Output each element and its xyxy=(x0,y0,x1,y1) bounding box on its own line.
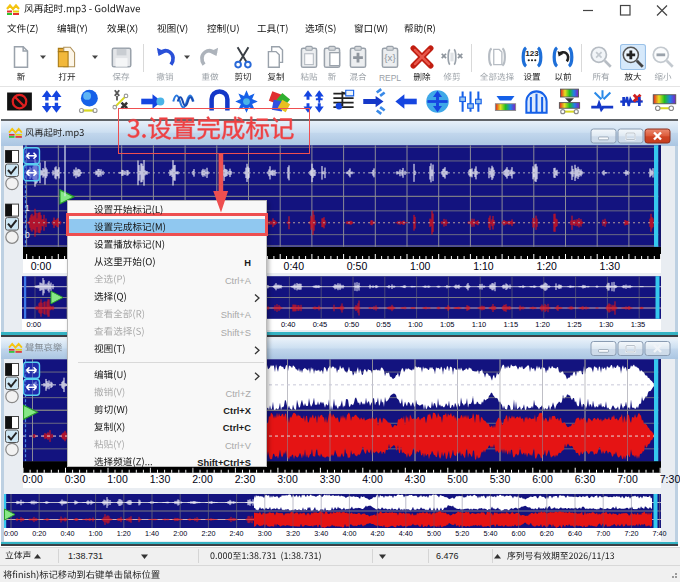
svg-text:1:35: 1:35 xyxy=(631,320,646,329)
svg-text:5:20: 5:20 xyxy=(455,529,469,538)
svg-text:3:00: 3:00 xyxy=(277,473,298,485)
svg-text:2:30: 2:30 xyxy=(235,473,256,485)
svg-text:REPL: REPL xyxy=(379,73,401,83)
svg-text:0:55: 0:55 xyxy=(376,320,391,329)
svg-text:1:40: 1:40 xyxy=(145,529,159,538)
svg-text:Ctrl+C: Ctrl+C xyxy=(223,423,251,433)
svg-text:1:10: 1:10 xyxy=(472,320,487,329)
svg-text:4:00: 4:00 xyxy=(362,473,383,485)
svg-text:1:10: 1:10 xyxy=(473,260,494,272)
svg-text:Shift+Ctrl+S: Shift+Ctrl+S xyxy=(197,458,251,468)
svg-text:3:20: 3:20 xyxy=(286,529,300,538)
svg-text:6:00: 6:00 xyxy=(532,473,553,485)
svg-text:5:00: 5:00 xyxy=(447,473,468,485)
svg-text:0:00: 0:00 xyxy=(26,320,41,329)
svg-text:Shift+S: Shift+S xyxy=(221,328,251,338)
svg-text:5:30: 5:30 xyxy=(490,473,511,485)
svg-text:1:00: 1:00 xyxy=(410,260,431,272)
svg-text:6:20: 6:20 xyxy=(540,529,554,538)
svg-text:0:00: 0:00 xyxy=(31,260,52,272)
svg-text:1:15: 1:15 xyxy=(503,320,518,329)
svg-text:Shift+A: Shift+A xyxy=(221,310,252,320)
svg-text:Ctrl+X: Ctrl+X xyxy=(223,406,251,416)
svg-text:0:50: 0:50 xyxy=(347,260,368,272)
svg-text:1:00: 1:00 xyxy=(89,529,103,538)
svg-text:0:00: 0:00 xyxy=(4,529,18,538)
svg-text:Ctrl+A: Ctrl+A xyxy=(225,276,252,286)
svg-text:5:40: 5:40 xyxy=(483,529,497,538)
svg-text:7:00: 7:00 xyxy=(617,473,638,485)
svg-text:1:38.731: 1:38.731 xyxy=(68,551,103,561)
svg-text:2:00: 2:00 xyxy=(173,529,187,538)
svg-text:6.476: 6.476 xyxy=(436,551,459,561)
svg-text:3:30: 3:30 xyxy=(320,473,341,485)
svg-text:0:40: 0:40 xyxy=(60,529,74,538)
svg-text:1:20: 1:20 xyxy=(117,529,131,538)
svg-text:Ctrl+V: Ctrl+V xyxy=(225,441,252,451)
svg-text:1:20: 1:20 xyxy=(535,320,550,329)
svg-text:H: H xyxy=(244,258,251,268)
svg-text:2:20: 2:20 xyxy=(201,529,215,538)
svg-text:7:40: 7:40 xyxy=(653,529,667,538)
svg-text:0:40: 0:40 xyxy=(281,320,296,329)
svg-text:0:30: 0:30 xyxy=(65,473,86,485)
svg-text:2:40: 2:40 xyxy=(230,529,244,538)
svg-text:0:00: 0:00 xyxy=(22,473,43,485)
svg-text:1:00: 1:00 xyxy=(107,473,128,485)
svg-text:0:50: 0:50 xyxy=(344,320,359,329)
svg-text:1:30: 1:30 xyxy=(599,320,614,329)
svg-text:0:45: 0:45 xyxy=(313,320,328,329)
svg-text:4:00: 4:00 xyxy=(342,529,356,538)
svg-text:1:25: 1:25 xyxy=(567,320,582,329)
svg-text:1:05: 1:05 xyxy=(440,320,455,329)
svg-text:0: 0 xyxy=(25,230,30,240)
svg-text:3:40: 3:40 xyxy=(314,529,328,538)
svg-text:1:30: 1:30 xyxy=(150,473,171,485)
svg-text:1:30: 1:30 xyxy=(600,260,621,272)
svg-text:7:00: 7:00 xyxy=(596,529,610,538)
svg-text:4:30: 4:30 xyxy=(405,473,426,485)
svg-text:7:30: 7:30 xyxy=(660,473,680,485)
svg-text:0:20: 0:20 xyxy=(32,529,46,538)
svg-text:6:30: 6:30 xyxy=(575,473,596,485)
svg-text:6:00: 6:00 xyxy=(512,529,526,538)
svg-text:5:00: 5:00 xyxy=(427,529,441,538)
svg-text:2:00: 2:00 xyxy=(192,473,213,485)
svg-text:6:40: 6:40 xyxy=(568,529,582,538)
svg-text:4:20: 4:20 xyxy=(371,529,385,538)
svg-text:1:00: 1:00 xyxy=(408,320,423,329)
svg-text:1: 1 xyxy=(25,203,30,213)
svg-text:3:00: 3:00 xyxy=(258,529,272,538)
svg-text:Ctrl+Z: Ctrl+Z xyxy=(225,389,251,399)
svg-text:4:40: 4:40 xyxy=(399,529,413,538)
svg-text:7:20: 7:20 xyxy=(624,529,638,538)
svg-text:1:20: 1:20 xyxy=(536,260,557,272)
svg-text:0:40: 0:40 xyxy=(284,260,305,272)
